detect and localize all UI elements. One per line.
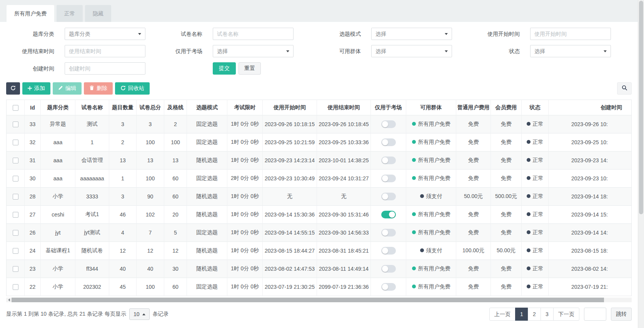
cell-pass-line: 5	[164, 224, 187, 242]
filter-input[interactable]	[65, 62, 145, 75]
exam-only-toggle[interactable]	[381, 211, 396, 218]
select-all-checkbox[interactable]	[13, 105, 18, 111]
cell-mode: 随机选题	[187, 188, 227, 206]
jump-button[interactable]: 跳转	[611, 308, 632, 321]
tab[interactable]: 所有用户免费	[7, 5, 54, 22]
status-dot-icon	[527, 285, 531, 288]
filter-input[interactable]	[65, 45, 145, 57]
header-row: Id题库分类试卷名称题目数量试卷总分及格线选题模式考试限时使用开始时间使用结束时…	[7, 100, 632, 115]
filter-input[interactable]	[530, 28, 611, 40]
row-checkbox[interactable]	[13, 194, 18, 200]
edit-button[interactable]: 编辑	[53, 82, 82, 95]
row-checkbox[interactable]	[13, 230, 18, 236]
filter-field-cell	[65, 62, 156, 75]
scroll-left-arrow[interactable]	[6, 298, 12, 302]
cell-status: 正常	[522, 133, 549, 152]
cell-pass-line: 60	[164, 188, 187, 206]
exam-only-toggle[interactable]	[381, 120, 396, 128]
reset-button[interactable]: 重置	[239, 62, 261, 75]
row-checkbox[interactable]	[13, 212, 18, 218]
row-checkbox[interactable]	[13, 248, 18, 254]
page-number-button[interactable]: 1	[515, 308, 528, 321]
filter-select[interactable]: 题库分类	[65, 28, 145, 40]
page-number-button[interactable]: 2	[528, 308, 541, 321]
row-select-cell	[7, 206, 25, 224]
filter-label: 使用开始时间	[462, 28, 530, 40]
cell-id: 30	[25, 170, 41, 188]
exam-only-toggle[interactable]	[381, 283, 396, 291]
refresh-button[interactable]	[6, 82, 20, 95]
cell-mode: 固定选题	[187, 278, 227, 296]
filter-select[interactable]: 选择	[371, 45, 452, 57]
page-number-button[interactable]: 3	[541, 308, 554, 321]
search-button[interactable]	[617, 82, 632, 95]
cell-exam-only	[371, 170, 406, 188]
horizontal-scroll-thumb[interactable]	[12, 298, 604, 302]
column-header: 使用开始时间	[263, 100, 317, 115]
exam-only-toggle[interactable]	[381, 138, 396, 146]
filter-select[interactable]: 选择	[530, 45, 611, 57]
select-value: 题库分类	[69, 31, 90, 37]
tab[interactable]: 隐藏	[85, 5, 111, 22]
horizontal-scrollbar[interactable]	[6, 298, 632, 302]
row-checkbox[interactable]	[13, 158, 18, 163]
vertical-scroll-thumb[interactable]	[639, 1, 643, 214]
cell-start-time: 2023-09-23 14:23:14	[263, 152, 317, 170]
submit-button[interactable]: 提交	[213, 62, 236, 75]
add-button-label: 添加	[34, 85, 45, 92]
exam-only-toggle[interactable]	[381, 175, 396, 182]
cell-duration: 1时 0分 0秒	[227, 152, 263, 170]
column-header: 选题模式	[187, 100, 227, 115]
filter-select[interactable]: 选择	[371, 28, 452, 40]
next-page-button[interactable]: 下一页	[553, 308, 579, 321]
exam-only-toggle[interactable]	[381, 247, 396, 255]
cell-user-fee: 100.00元	[456, 242, 491, 260]
cell-question-count: 4	[109, 224, 137, 242]
prev-page-button[interactable]: 上一页	[489, 308, 516, 321]
recycle-bin-button[interactable]: 回收站	[115, 82, 150, 95]
delete-button[interactable]: 删除	[84, 82, 113, 95]
edit-button-label: 编辑	[65, 85, 76, 92]
add-button[interactable]: 添加	[22, 82, 50, 95]
row-checkbox[interactable]	[13, 266, 18, 272]
table-container: Id题库分类试卷名称题目数量试卷总分及格线选题模式考试限时使用开始时间使用结束时…	[6, 100, 632, 296]
row-checkbox[interactable]	[13, 176, 18, 181]
row-checkbox[interactable]	[13, 140, 18, 145]
exam-only-toggle[interactable]	[381, 193, 396, 200]
cell-status: 正常	[522, 260, 549, 278]
page-size-dropdown[interactable]: 10	[129, 308, 150, 320]
cell-user-fee: 免费	[456, 224, 491, 242]
cell-created: 2023-09-14 18:	[549, 188, 632, 206]
exam-only-toggle[interactable]	[381, 229, 396, 236]
cell-user-fee: 免费	[456, 115, 491, 133]
exam-only-toggle[interactable]	[381, 157, 396, 164]
filter-field-cell: 题库分类	[65, 28, 156, 40]
filter-field-cell: 选择	[530, 45, 621, 57]
cell-user-fee: 50.00元	[456, 188, 491, 206]
group-dot-icon	[412, 158, 416, 162]
cell-question-count: 3	[109, 188, 137, 206]
cell-user-fee: 免费	[456, 170, 491, 188]
cell-member-fee: 50.00元	[491, 242, 522, 260]
cell-total-score: 7	[137, 224, 164, 242]
cell-created: 2023-09-26 10:	[549, 115, 632, 133]
cell-exam-only	[371, 115, 406, 133]
cell-name: 随机试卷	[75, 242, 109, 260]
cell-created: 2023-09-23 10:	[549, 170, 632, 188]
cell-member-fee: 免费	[491, 133, 522, 152]
group-dot-icon	[412, 212, 416, 216]
row-checkbox[interactable]	[13, 122, 18, 127]
tab[interactable]: 正常	[57, 5, 83, 22]
refresh-icon	[10, 85, 16, 92]
filter-input[interactable]	[213, 28, 294, 40]
filter-select[interactable]: 选择	[213, 45, 294, 57]
cell-member-fee: 免费	[491, 115, 522, 133]
exam-only-toggle[interactable]	[381, 265, 396, 273]
cell-category: 小学	[41, 188, 75, 206]
vertical-scrollbar[interactable]	[638, 0, 644, 328]
jump-page-input[interactable]	[584, 308, 606, 321]
cell-total-score: 90	[137, 188, 164, 206]
row-checkbox[interactable]	[13, 284, 18, 290]
chevron-down-icon	[445, 50, 448, 52]
cell-group: 所有用户免费	[406, 260, 456, 278]
